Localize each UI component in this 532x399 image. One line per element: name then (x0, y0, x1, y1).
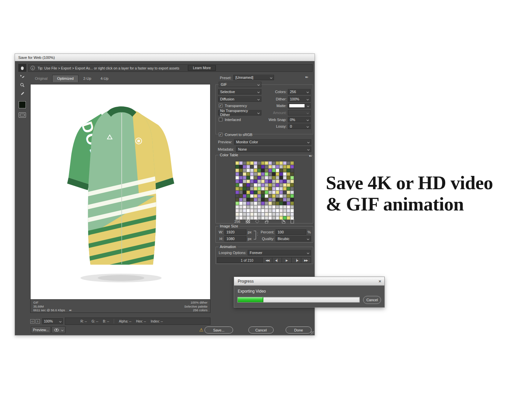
color-swatch[interactable] (243, 161, 246, 165)
web-shift-cube-icon[interactable] (255, 219, 259, 223)
color-swatch[interactable] (265, 209, 268, 212)
colors-field[interactable]: 256 (288, 89, 311, 94)
color-swatch[interactable] (235, 176, 239, 180)
color-swatch[interactable] (261, 194, 265, 198)
color-swatch[interactable] (283, 205, 287, 209)
color-swatch[interactable] (290, 187, 294, 191)
zoom-tool-button[interactable] (18, 81, 26, 89)
color-swatch[interactable] (250, 187, 254, 191)
color-swatch[interactable] (246, 205, 250, 209)
color-swatch[interactable] (261, 209, 265, 212)
color-swatch[interactable] (257, 176, 261, 180)
color-swatch[interactable] (268, 161, 272, 165)
color-swatch[interactable] (265, 187, 268, 191)
color-swatch[interactable] (246, 161, 250, 165)
color-swatch[interactable] (283, 169, 287, 172)
convert-srgb-checkbox[interactable]: ✓ (219, 133, 222, 136)
web-snap-field[interactable]: 0% (288, 117, 311, 122)
color-swatch[interactable] (287, 169, 290, 172)
color-swatch[interactable] (268, 212, 272, 216)
color-swatch[interactable] (276, 180, 279, 183)
previous-frame-button[interactable]: ◀▏ (272, 258, 282, 263)
color-swatch[interactable] (279, 205, 283, 209)
color-swatch[interactable] (254, 209, 257, 212)
color-swatch[interactable] (290, 205, 294, 209)
color-swatch[interactable] (265, 191, 268, 194)
color-swatch[interactable] (243, 201, 246, 205)
color-swatch[interactable] (287, 161, 290, 165)
color-swatch[interactable] (254, 165, 257, 169)
color-swatch[interactable] (250, 176, 254, 180)
toggle-slices-visibility-button[interactable] (19, 112, 26, 118)
color-swatch[interactable] (235, 161, 239, 165)
color-swatch[interactable] (250, 165, 254, 169)
color-swatch[interactable] (283, 165, 287, 169)
color-swatch[interactable] (276, 176, 279, 180)
color-swatch[interactable] (254, 176, 257, 180)
statusbar-icon-right[interactable]: 1 (36, 319, 40, 324)
color-swatch[interactable] (279, 201, 283, 205)
lossy-field[interactable]: 0 (288, 124, 311, 129)
color-swatch[interactable] (246, 194, 250, 198)
color-swatch[interactable] (246, 191, 250, 194)
color-swatch[interactable] (239, 176, 243, 180)
color-swatch[interactable] (235, 169, 239, 172)
color-swatch[interactable] (268, 180, 272, 183)
color-swatch[interactable] (272, 212, 276, 216)
color-swatch[interactable] (272, 169, 276, 172)
color-swatch[interactable] (261, 161, 265, 165)
statusbar-icon-left[interactable]: ▭ (30, 319, 35, 324)
color-swatch[interactable] (235, 205, 239, 209)
color-swatch[interactable] (265, 169, 268, 172)
color-swatch[interactable] (265, 212, 268, 216)
color-swatch[interactable] (257, 201, 261, 205)
color-swatch[interactable] (235, 183, 239, 187)
color-swatch[interactable] (283, 172, 287, 176)
color-swatch[interactable] (272, 191, 276, 194)
color-swatch[interactable] (276, 183, 279, 187)
color-swatch[interactable] (279, 209, 283, 212)
color-swatch[interactable] (250, 212, 254, 216)
color-swatch[interactable] (257, 169, 261, 172)
color-swatch[interactable] (261, 212, 265, 216)
color-swatch[interactable] (235, 165, 239, 169)
color-swatch[interactable] (268, 176, 272, 180)
color-swatch[interactable] (246, 169, 250, 172)
close-icon[interactable]: × (378, 277, 381, 286)
color-swatch[interactable] (235, 187, 239, 191)
color-swatch[interactable] (272, 165, 276, 169)
preview-button[interactable]: Preview... (31, 327, 51, 333)
color-swatch[interactable] (276, 161, 279, 165)
color-swatch[interactable] (276, 201, 279, 205)
color-swatch[interactable] (279, 187, 283, 191)
color-swatch[interactable] (239, 169, 243, 172)
color-swatch[interactable] (239, 198, 243, 201)
color-swatch[interactable] (261, 183, 265, 187)
color-swatch[interactable] (265, 194, 268, 198)
color-swatch[interactable] (243, 194, 246, 198)
height-field[interactable]: 1080 (224, 236, 246, 241)
color-swatch[interactable] (287, 191, 290, 194)
color-swatch[interactable] (283, 201, 287, 205)
color-swatch[interactable] (257, 183, 261, 187)
color-swatch[interactable] (283, 194, 287, 198)
transparency-checkbox[interactable]: ✓ (219, 104, 222, 107)
dialog-titlebar[interactable]: Save for Web (100%) (15, 54, 315, 61)
color-swatch[interactable] (290, 191, 294, 194)
color-swatch[interactable] (279, 198, 283, 201)
color-swatch[interactable] (254, 205, 257, 209)
matte-field[interactable] (288, 103, 311, 108)
color-swatch[interactable] (246, 180, 250, 183)
color-swatch[interactable] (239, 209, 243, 212)
color-swatch[interactable] (261, 205, 265, 209)
chain-link-icon[interactable]: ⁚ (257, 232, 258, 236)
color-swatch[interactable] (239, 201, 243, 205)
color-swatch[interactable] (257, 172, 261, 176)
color-swatch[interactable] (283, 198, 287, 201)
color-swatch[interactable] (239, 205, 243, 209)
color-swatch[interactable] (279, 176, 283, 180)
color-swatch[interactable] (243, 169, 246, 172)
dither-swatch-icon[interactable] (246, 219, 250, 223)
color-swatch[interactable] (257, 180, 261, 183)
color-swatch[interactable] (257, 165, 261, 169)
